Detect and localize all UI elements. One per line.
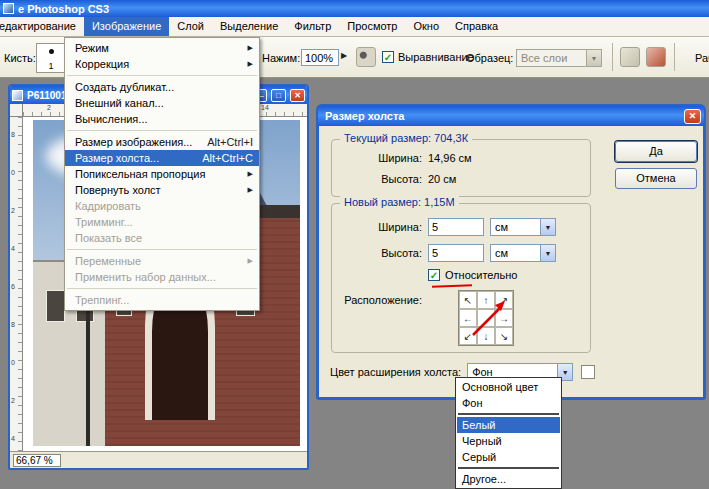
- menu-item-mode[interactable]: Режим ▶: [65, 40, 259, 56]
- menu-filter[interactable]: Фильтр: [286, 17, 339, 36]
- flow-input[interactable]: 100%: [301, 49, 339, 66]
- menu-window[interactable]: Окно: [406, 17, 448, 36]
- list-item-gray[interactable]: Серый: [457, 449, 560, 465]
- brush-preset-picker[interactable]: 1: [36, 43, 66, 73]
- image-menu-dropdown: Режим ▶ Коррекция ▶ Создать дубликат... …: [64, 37, 260, 311]
- toolbar-divider: [612, 43, 613, 71]
- vertical-ruler: 8 0 2 4 6 8 0 2 4: [10, 117, 23, 451]
- sample-label: Образец:: [466, 52, 513, 64]
- menu-item-trim: Тримминг...: [65, 214, 259, 230]
- menu-view[interactable]: Просмотр: [339, 17, 405, 36]
- anchor-cell-w[interactable]: ←: [459, 309, 477, 327]
- anchor-cell-nw[interactable]: ↖: [459, 291, 477, 309]
- document-icon: [12, 90, 23, 101]
- workspace-label: Раб: [695, 52, 709, 64]
- brushes-palette-icon[interactable]: [620, 47, 640, 67]
- current-size-title: Текущий размер: 704,3К: [340, 132, 472, 144]
- menu-item-label: Показать все: [75, 230, 253, 246]
- ruler-number: 0: [11, 359, 15, 366]
- menu-item-pixel-aspect[interactable]: Попиксельная пропорция ▶: [65, 166, 259, 182]
- menu-separator: [67, 288, 257, 289]
- menu-item-canvas-size[interactable]: Размер холста... Alt+Ctrl+C: [65, 150, 259, 166]
- menu-bar: едактирование Изображение Слой Выделение…: [0, 17, 709, 37]
- menu-help[interactable]: Справка: [447, 17, 506, 36]
- airbrush-icon[interactable]: [356, 47, 376, 67]
- submenu-arrow-icon: ▶: [248, 182, 253, 198]
- ruler-number: 14: [261, 104, 269, 111]
- menu-item-duplicate[interactable]: Создать дубликат...: [65, 79, 259, 95]
- extension-color-swatch[interactable]: [581, 365, 595, 379]
- ruler-number: 4: [11, 435, 15, 442]
- menu-item-label: Создать дубликат...: [75, 79, 253, 95]
- anchor-cell-e[interactable]: →: [495, 309, 513, 327]
- anchor-cell-ne[interactable]: ↗: [495, 291, 513, 309]
- width-unit-select[interactable]: см ▼: [490, 218, 556, 236]
- flow-flyout-arrow-icon[interactable]: ▶: [341, 51, 347, 60]
- menu-image[interactable]: Изображение: [84, 17, 169, 36]
- menu-separator: [67, 249, 257, 250]
- cancel-button[interactable]: Отмена: [615, 168, 697, 189]
- new-height-input[interactable]: [428, 244, 484, 262]
- list-separator: [458, 467, 559, 469]
- sample-value: Все слои: [517, 52, 586, 64]
- new-width-input[interactable]: [428, 218, 484, 236]
- submenu-arrow-icon: ▶: [248, 253, 253, 269]
- height-unit-select[interactable]: см ▼: [490, 244, 556, 262]
- photo-window: [46, 290, 65, 323]
- anchor-cell-center[interactable]: [477, 309, 495, 327]
- ruler-number: 2: [11, 397, 15, 404]
- list-item-foreground[interactable]: Основной цвет: [457, 379, 560, 395]
- menu-edit[interactable]: едактирование: [0, 17, 84, 36]
- submenu-arrow-icon: ▶: [248, 56, 253, 72]
- menu-item-reveal-all: Показать все: [65, 230, 259, 246]
- alignment-checkbox[interactable]: ✓: [382, 51, 394, 63]
- menu-item-label: Размер холста...: [75, 150, 192, 166]
- brush-size: 1: [37, 61, 65, 71]
- menu-item-calculations[interactable]: Вычисления...: [65, 111, 259, 127]
- extension-color-label: Цвет расширения холста:: [330, 366, 461, 378]
- menu-separator: [67, 75, 257, 76]
- menu-item-label: Кадрировать: [75, 198, 253, 214]
- menu-select[interactable]: Выделение: [212, 17, 286, 36]
- list-item-other[interactable]: Другое...: [457, 471, 560, 487]
- app-titlebar[interactable]: e Photoshop CS3: [0, 0, 709, 17]
- ruler-number: 8: [11, 321, 15, 328]
- menu-item-trap: Треппинг...: [65, 292, 259, 308]
- flow-label: Нажим:: [262, 52, 300, 64]
- sample-select[interactable]: Все слои ▼: [516, 49, 602, 67]
- list-item-black[interactable]: Черный: [457, 433, 560, 449]
- anchor-label: Расположение:: [332, 294, 422, 306]
- menu-item-apply-image[interactable]: Внешний канал...: [65, 95, 259, 111]
- relative-checkbox[interactable]: ✓: [428, 269, 440, 281]
- anchor-cell-sw[interactable]: ↙: [459, 327, 477, 345]
- list-item-background[interactable]: Фон: [457, 395, 560, 411]
- anchor-cell-se[interactable]: ↘: [495, 327, 513, 345]
- clone-source-palette-icon[interactable]: [646, 47, 666, 67]
- menu-item-label: Повернуть холст: [75, 182, 242, 198]
- alignment-label: Выравнивание: [398, 51, 474, 63]
- zoom-level-field[interactable]: 66,67 %: [13, 454, 61, 467]
- menu-layer[interactable]: Слой: [169, 17, 212, 36]
- dropdown-arrow-icon[interactable]: ▼: [586, 50, 601, 66]
- list-item-white[interactable]: Белый: [457, 417, 560, 433]
- menu-item-adjustments[interactable]: Коррекция ▶: [65, 56, 259, 72]
- dropdown-arrow-icon[interactable]: ▼: [540, 245, 555, 261]
- dialog-close-button[interactable]: ✕: [684, 109, 701, 124]
- new-height-label: Высота:: [332, 247, 422, 259]
- menu-item-rotate-canvas[interactable]: Повернуть холст ▶: [65, 182, 259, 198]
- current-height-value: 20 см: [428, 173, 456, 185]
- relative-label: Относительно: [445, 269, 517, 281]
- submenu-arrow-icon: ▶: [248, 40, 253, 56]
- submenu-arrow-icon: ▶: [248, 166, 253, 182]
- close-button[interactable]: ✕: [290, 89, 305, 102]
- dropdown-arrow-icon[interactable]: ▼: [540, 219, 555, 235]
- dialog-titlebar[interactable]: Размер холста ✕: [318, 106, 704, 126]
- menu-item-image-size[interactable]: Размер изображения... Alt+Ctrl+I: [65, 134, 259, 150]
- anchor-cell-n[interactable]: ↑: [477, 291, 495, 309]
- anchor-cell-s[interactable]: ↓: [477, 327, 495, 345]
- menu-separator: [67, 130, 257, 131]
- ruler-number: 8: [11, 131, 15, 138]
- ok-button[interactable]: Да: [615, 141, 697, 162]
- new-size-group: Новый размер: 1,15М Ширина: см ▼ Высота:…: [331, 203, 591, 353]
- maximize-button[interactable]: □: [271, 89, 286, 102]
